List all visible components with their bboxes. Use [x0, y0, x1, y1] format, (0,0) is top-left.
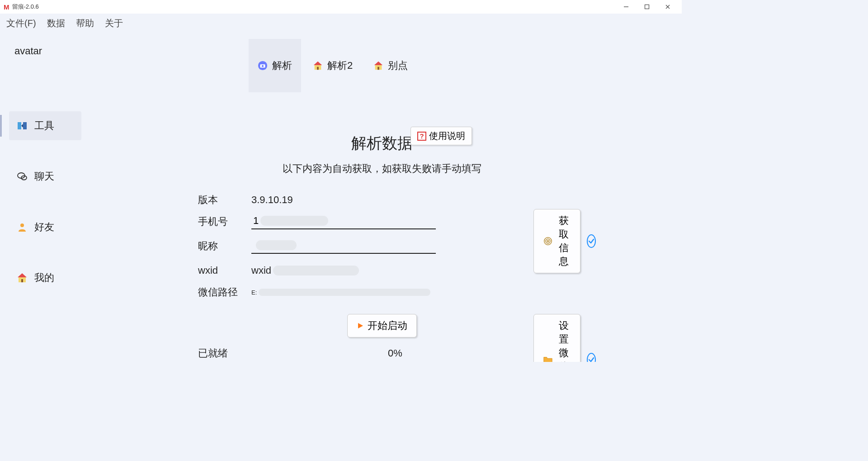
- menu-file[interactable]: 文件(F): [6, 17, 36, 29]
- svg-marker-19: [374, 62, 382, 65]
- svg-point-15: [262, 65, 264, 67]
- tab-dontclick[interactable]: 别点: [364, 39, 417, 92]
- help-button-label: 使用说明: [429, 130, 465, 142]
- path-value: E:: [251, 289, 257, 296]
- sidebar-item-chat[interactable]: 聊天: [9, 162, 81, 191]
- minimize-button[interactable]: [616, 0, 637, 14]
- sidebar: avatar 工具 聊天 好友: [0, 33, 95, 362]
- get-info-button-label: 获取信息: [557, 214, 571, 268]
- play-icon: [357, 322, 364, 329]
- sidebar-item-friends[interactable]: 好友: [9, 213, 81, 242]
- menu-help[interactable]: 帮助: [76, 17, 94, 29]
- wxid-value: wxid: [251, 265, 271, 276]
- sidebar-item-label: 工具: [34, 119, 54, 133]
- set-path-button[interactable]: 设置微信路径: [533, 314, 580, 362]
- sidebar-item-label: 我的: [34, 271, 54, 285]
- tools-icon: [16, 120, 28, 132]
- wxid-label: wxid: [198, 265, 251, 276]
- svg-marker-10: [18, 273, 27, 277]
- house-icon: [16, 272, 28, 284]
- close-button[interactable]: [657, 0, 678, 14]
- sidebar-item-label: 聊天: [34, 170, 54, 183]
- svg-rect-21: [377, 67, 379, 70]
- avatar-label: avatar: [14, 45, 95, 57]
- svg-point-24: [546, 239, 550, 243]
- phone-input[interactable]: [251, 214, 260, 228]
- svg-marker-16: [314, 62, 322, 65]
- house-icon: [313, 61, 323, 71]
- redacted-block: [260, 216, 328, 226]
- progress-value: 0%: [388, 347, 402, 359]
- svg-rect-4: [18, 122, 21, 129]
- tab-parse[interactable]: 解析: [249, 39, 301, 92]
- house-icon: [373, 61, 383, 71]
- page-subtitle: 以下内容为自动获取，如获取失败请手动填写: [194, 162, 570, 176]
- nickname-label: 昵称: [198, 239, 251, 253]
- svg-marker-6: [21, 124, 23, 128]
- check-circle-icon: [587, 353, 596, 362]
- set-path-button-label: 设置微信路径: [557, 319, 571, 362]
- redacted-block: [259, 289, 430, 296]
- sidebar-item-mine[interactable]: 我的: [9, 263, 81, 292]
- chat-icon: [16, 171, 28, 182]
- tab-label: 解析: [272, 59, 292, 72]
- svg-rect-1: [645, 5, 649, 9]
- start-button[interactable]: 开始启动: [347, 314, 417, 337]
- sidebar-item-label: 好友: [34, 220, 54, 234]
- tab-parse2[interactable]: 解析2: [304, 39, 362, 92]
- svg-marker-22: [358, 323, 363, 328]
- fingerprint-icon: [543, 236, 553, 246]
- status-label: 已就绪: [198, 347, 388, 360]
- svg-point-25: [547, 240, 549, 242]
- phone-label: 手机号: [198, 215, 251, 228]
- menubar: 文件(F) 数据 帮助 关于: [0, 14, 682, 33]
- help-button[interactable]: ? 使用说明: [410, 127, 472, 145]
- svg-rect-18: [317, 67, 319, 70]
- redacted-block: [273, 266, 359, 276]
- window-title: 留痕-2.0.6: [12, 3, 39, 11]
- svg-point-9: [20, 223, 24, 227]
- question-icon: ?: [417, 132, 426, 141]
- maximize-button[interactable]: [637, 0, 657, 14]
- main-panel: 解析 解析2 别点 ? 使用说明 解析数据 以下内容为自动获取，如获取失败: [95, 33, 682, 362]
- get-info-button[interactable]: 获取信息: [533, 209, 580, 273]
- tab-label: 解析2: [327, 59, 353, 72]
- tabs: 解析 解析2 别点: [249, 39, 664, 92]
- path-label: 微信路径: [198, 285, 251, 299]
- content: ? 使用说明 解析数据 以下内容为自动获取，如获取失败请手动填写 版本 3.9.…: [194, 133, 570, 360]
- svg-point-23: [544, 238, 552, 245]
- camera-icon: [258, 61, 268, 71]
- folder-icon: [543, 355, 553, 362]
- menu-data[interactable]: 数据: [47, 17, 65, 29]
- tab-label: 别点: [388, 59, 408, 72]
- redacted-block: [256, 240, 297, 250]
- sidebar-item-tools[interactable]: 工具: [9, 111, 81, 140]
- version-label: 版本: [198, 193, 251, 207]
- start-button-label: 开始启动: [368, 319, 407, 333]
- svg-rect-5: [23, 122, 27, 129]
- page-heading: 解析数据: [194, 133, 570, 154]
- nickname-input[interactable]: [251, 238, 256, 252]
- titlebar: M 留痕-2.0.6: [0, 0, 682, 14]
- version-value: 3.9.10.19: [251, 194, 566, 206]
- menu-about[interactable]: 关于: [105, 17, 123, 29]
- check-circle-icon: [587, 234, 596, 248]
- friends-icon: [16, 221, 28, 233]
- app-logo-icon: M: [4, 3, 9, 11]
- svg-rect-12: [21, 279, 23, 282]
